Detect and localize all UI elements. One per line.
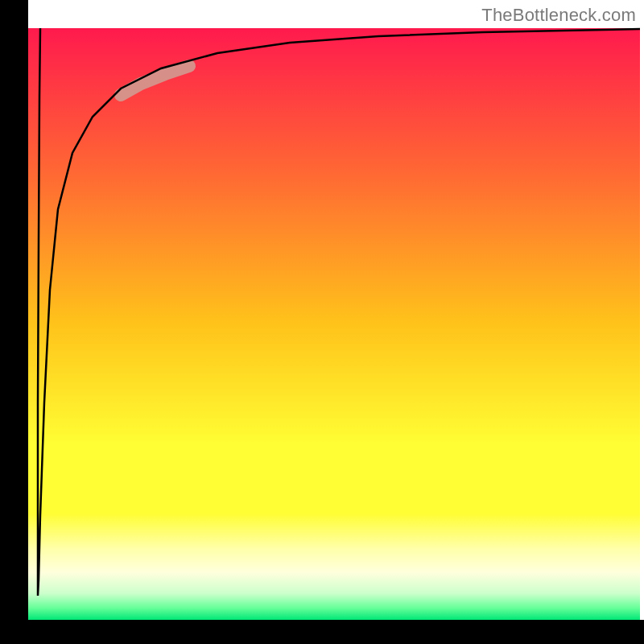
watermark-text: TheBottleneck.com [481, 5, 636, 26]
plot-area [28, 28, 640, 620]
x-axis-bar [0, 620, 644, 644]
chart-container: TheBottleneck.com [0, 0, 644, 644]
y-axis-bar [0, 0, 28, 644]
chart-plot [0, 0, 644, 644]
